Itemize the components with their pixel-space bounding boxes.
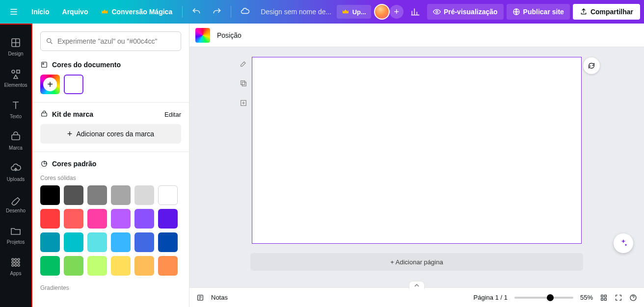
svg-point-9 [12,261,14,263]
notes-icon [196,294,204,302]
canvas-area[interactable]: + Adicionar página [189,47,644,287]
help-icon[interactable] [629,294,637,302]
color-search[interactable] [40,31,181,51]
undo-button[interactable] [188,3,205,21]
svg-rect-5 [12,135,20,140]
section-label: Cores do documento [52,61,121,69]
fullscreen-icon[interactable] [615,294,622,302]
rail-projects[interactable]: Projetos [1,220,30,250]
svg-rect-27 [601,298,603,300]
rail-label: Desenho [6,208,26,213]
add-brand-colors-button[interactable]: + Adicionar cores da marca [40,124,181,144]
rail-label: Uploads [7,177,25,182]
svg-point-7 [15,258,17,260]
canvas-side-tools [237,57,250,110]
rail-label: Apps [10,271,22,276]
color-swatch[interactable] [87,256,107,276]
color-swatch[interactable] [64,185,83,205]
ai-assistant-button[interactable] [614,233,633,253]
color-swatch[interactable] [40,232,60,252]
color-picker-chip[interactable] [195,28,210,43]
color-swatch[interactable] [134,232,154,252]
color-swatch[interactable] [111,209,131,229]
color-swatch[interactable] [134,185,154,205]
color-swatch[interactable] [158,232,178,252]
rail-draw[interactable]: Desenho [1,188,30,219]
color-swatch[interactable] [111,256,131,276]
svg-rect-16 [42,62,47,68]
color-swatch[interactable] [134,256,154,276]
rail-text[interactable]: Texto [1,94,30,125]
edit-brand-link[interactable]: Editar [164,111,181,118]
color-swatch[interactable] [87,209,107,229]
preview-button[interactable]: Pré-visualização [427,4,504,20]
magic-convert-button[interactable]: Conversão Mágica [96,8,177,16]
add-member-button[interactable]: + [390,5,403,19]
search-input[interactable] [57,37,176,45]
color-swatch[interactable] [64,256,83,276]
position-button[interactable]: Posição [217,31,242,39]
svg-point-13 [15,264,17,266]
top-bar: Início Arquivo Conversão Mágica Design s… [0,0,644,24]
canvas-page[interactable] [252,57,582,244]
avatar[interactable] [374,4,390,20]
color-swatch[interactable] [158,209,178,229]
rail-apps[interactable]: Apps [1,251,30,281]
color-swatch[interactable] [158,185,178,205]
rail-label: Design [8,51,23,56]
color-swatch[interactable] [111,232,131,252]
cloud-sync-icon[interactable] [236,3,254,21]
file-menu[interactable]: Arquivo [57,8,93,16]
color-swatch[interactable] [64,209,83,229]
document-title[interactable]: Design sem nome de... [257,8,334,16]
doc-colors-header: Cores do documento [40,61,181,69]
add-page-button[interactable]: + Adicionar página [250,253,583,271]
home-link[interactable]: Início [27,8,54,16]
brand-kit-header: Kit de marca [40,110,93,118]
hamburger-menu[interactable] [4,2,24,22]
duplicate-tool-icon[interactable] [237,77,250,90]
notes-button[interactable]: Notas [211,294,228,301]
svg-point-6 [12,258,14,260]
rail-elements[interactable]: Elementos [1,63,30,93]
edit-tool-icon[interactable] [237,57,250,71]
expand-footer-icon[interactable] [409,281,425,289]
rail-label: Elementos [4,82,27,88]
rail-brand[interactable]: Marca [1,126,30,156]
color-swatch[interactable] [111,185,131,205]
rail-uploads[interactable]: Uploads [1,157,30,187]
add-color-swatch[interactable]: + [40,75,60,94]
svg-rect-4 [17,70,20,73]
svg-rect-21 [241,81,245,85]
color-swatch[interactable] [40,209,60,229]
magic-label: Conversão Mágica [111,8,172,16]
svg-point-11 [18,261,20,263]
svg-point-17 [43,63,44,65]
analytics-button[interactable] [406,3,424,21]
svg-rect-18 [42,113,47,116]
color-swatch[interactable] [87,232,107,252]
footer-bar: Notas Página 1 / 1 55% [189,287,644,307]
publish-button[interactable]: Publicar site [507,4,570,20]
rail-label: Projetos [7,239,25,245]
zoom-value[interactable]: 55% [580,294,593,301]
redo-button[interactable] [208,3,226,21]
regenerate-button[interactable] [583,57,600,74]
rail-design[interactable]: Design [1,31,30,62]
svg-rect-26 [604,295,606,297]
section-label: Kit de marca [52,110,93,118]
grid-view-icon[interactable] [600,294,608,302]
color-swatch[interactable] [40,185,60,205]
divider [182,6,183,18]
add-tool-icon[interactable] [237,96,250,110]
color-swatch[interactable] [40,256,60,276]
zoom-slider[interactable] [514,297,573,299]
color-swatch[interactable] [64,232,83,252]
upgrade-button[interactable]: Up... [337,5,371,19]
add-brand-label: Adicionar cores da marca [76,130,154,138]
share-button[interactable]: Compartilhar [573,4,640,20]
color-swatch[interactable] [134,209,154,229]
color-swatch[interactable] [87,185,107,205]
color-swatch[interactable] [158,256,178,276]
doc-color-white[interactable] [64,75,83,94]
